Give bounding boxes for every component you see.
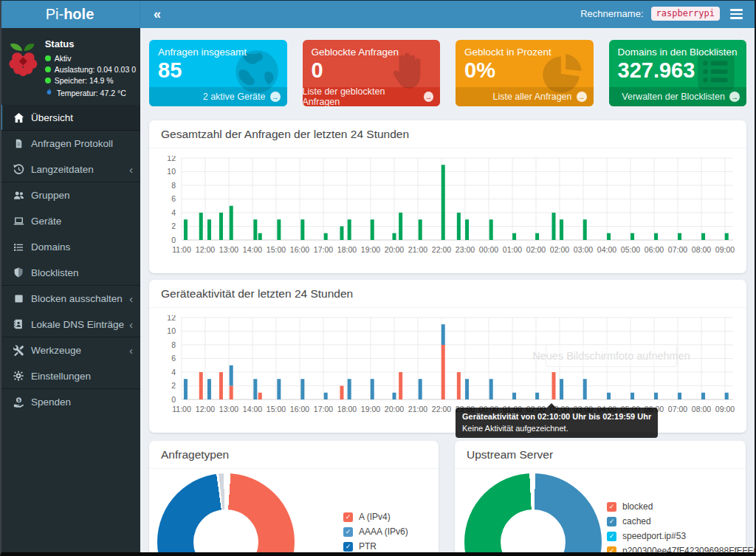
svg-text:13:00: 13:00	[219, 245, 238, 254]
status-dot-icon	[45, 78, 51, 83]
svg-text:17:00: 17:00	[314, 245, 333, 254]
sidebar-item-label: Blocklisten	[31, 267, 133, 278]
legend-item[interactable]: ✓p200300ee47fF423096988FfFFE6	[607, 546, 756, 556]
brand-logo[interactable]: Pi-hole	[0, 0, 140, 28]
sidebar-item-donate[interactable]: $Spenden	[0, 389, 140, 415]
svg-text:14:00: 14:00	[243, 245, 262, 254]
brand-prefix: Pi-	[46, 6, 63, 23]
home-icon	[10, 112, 27, 123]
svg-text:14:00: 14:00	[243, 405, 262, 413]
pihole-raspberry-logo	[6, 35, 41, 83]
status-title: Status	[45, 38, 136, 49]
sidebar-item-home[interactable]: Übersicht	[0, 105, 140, 131]
svg-text:12: 12	[167, 315, 176, 322]
sidebar-item-label: Übersicht	[31, 112, 133, 123]
query-types-donut-chart[interactable]	[157, 473, 295, 556]
sidebar-item-label: Anfragen Protokoll	[31, 138, 133, 149]
svg-text:15:00: 15:00	[267, 245, 286, 254]
legend-label: p200300ee47fF423096988FfFFE6	[622, 546, 756, 556]
sidebar: Status AktivAuslastung: 0.04 0.03 0Speic…	[0, 28, 140, 556]
chevron-left-icon: ‹	[129, 344, 133, 357]
sidebar-item-label: Lokale DNS Einträge	[31, 319, 129, 330]
sidebar-item-list[interactable]: Domains	[0, 234, 140, 260]
queries-over-time-chart[interactable]: 11:0012:0013:0014:0015:0016:0017:0018:00…	[157, 156, 736, 263]
summary-card-hand: Geblockte Anfragen0Liste der geblockten …	[303, 40, 441, 106]
status-row: Auslastung: 0.04 0.03 0	[45, 65, 136, 74]
svg-text:07:00: 07:00	[668, 245, 687, 254]
legend-label: blocked	[622, 501, 653, 512]
laptop-icon	[10, 216, 27, 227]
top-navbar: Pi-hole « Neues Bildschirmfoto aufnehmen…	[0, 0, 756, 28]
address-book-icon	[10, 319, 27, 329]
donut-row: Anfragetypen ✓A (IPv4)✓AAAA (IPv6)✓PTR U…	[149, 441, 746, 556]
main-content: Anfragen insgesamt852 aktive Geräte→Gebl…	[140, 28, 756, 556]
svg-text:22:00: 22:00	[432, 245, 451, 254]
svg-text:15:00: 15:00	[267, 405, 286, 413]
queries-over-time-box: Gesamtzahl der Anfragen der letzten 24 S…	[149, 120, 746, 273]
card-value: 85	[149, 58, 287, 83]
svg-text:10: 10	[167, 326, 176, 335]
legend-label: A (IPv4)	[359, 512, 391, 522]
sidebar-item-history[interactable]: Langzeitdaten‹	[0, 157, 140, 182]
svg-text:19:00: 19:00	[361, 405, 380, 413]
card-value: 327.963	[609, 58, 747, 83]
sidebar-item-users[interactable]: Gruppen	[0, 182, 140, 208]
sidebar-item-label: Einstellungen	[31, 371, 133, 382]
chevron-left-icon: ‹	[129, 163, 133, 176]
sidebar-item-file[interactable]: Anfragen Protokoll	[0, 131, 140, 157]
tools-icon	[10, 345, 27, 356]
svg-text:11:00: 11:00	[172, 245, 191, 254]
sidebar-item-label: Domains	[31, 241, 133, 253]
svg-text:12:00: 12:00	[196, 245, 215, 254]
sidebar-collapse-icon[interactable]: «	[140, 0, 174, 28]
svg-text:21:00: 21:00	[408, 405, 427, 413]
legend-checkbox-icon: ✓	[607, 502, 616, 512]
legend-item[interactable]: ✓blocked	[607, 501, 756, 512]
history-icon	[10, 164, 27, 175]
legend-item[interactable]: ✓speedport.ip#53	[607, 531, 756, 541]
legend-item[interactable]: ✓PTR	[343, 541, 408, 552]
stop-icon	[10, 294, 27, 303]
legend-checkbox-icon: ✓	[343, 512, 353, 522]
sidebar-item-stop[interactable]: Blocken ausschalten‹	[0, 286, 140, 312]
status-row: Temperatur: 47.2 °C	[45, 87, 136, 98]
svg-text:4: 4	[171, 368, 176, 377]
upstream-servers-title: Upstream Server	[455, 441, 746, 469]
svg-text:10: 10	[167, 167, 176, 176]
svg-text:22:00: 22:00	[432, 405, 451, 413]
legend-item[interactable]: ✓cached	[607, 516, 756, 526]
svg-text:09:00: 09:00	[715, 405, 735, 413]
svg-text:02:00: 02:00	[526, 245, 546, 254]
legend-checkbox-icon: ✓	[343, 542, 353, 552]
summary-card-list-alt: Domains in den Blocklisten327.963Verwalt…	[609, 40, 747, 106]
legend-item[interactable]: ✓AAAA (IPv6)	[343, 526, 408, 537]
status-text: Auslastung: 0.04 0.03 0	[55, 65, 136, 74]
sidebar-item-shield[interactable]: Blocklisten	[0, 260, 140, 286]
status-dot-icon	[45, 66, 51, 72]
status-text: Temperatur: 47.2 °C	[57, 89, 126, 97]
temperature-icon	[45, 87, 53, 98]
sidebar-item-gear[interactable]: Einstellungen	[0, 363, 140, 389]
legend-label: AAAA (IPv6)	[359, 526, 408, 537]
svg-text:06:00: 06:00	[645, 245, 664, 254]
svg-text:8: 8	[171, 340, 176, 349]
sidebar-item-address-book[interactable]: Lokale DNS Einträge‹	[0, 312, 140, 337]
navbar: « Neues Bildschirmfoto aufnehmen Rechner…	[140, 0, 756, 28]
svg-text:$: $	[17, 398, 20, 402]
svg-text:4: 4	[171, 208, 176, 217]
legend-item[interactable]: ✓A (IPv4)	[343, 512, 408, 522]
svg-text:08:00: 08:00	[692, 245, 711, 254]
card-title: Domains in den Blocklisten	[609, 40, 747, 58]
svg-text:19:00: 19:00	[361, 245, 380, 254]
chart-hover-tooltip: Geräteaktivität von 02:10:00 Uhr bis 02:…	[456, 408, 658, 438]
svg-text:20:00: 20:00	[385, 245, 404, 254]
sidebar-item-laptop[interactable]: Geräte	[0, 208, 140, 234]
legend-checkbox-icon: ✓	[607, 546, 616, 556]
upstream-servers-donut-chart[interactable]	[464, 473, 602, 556]
status-row: Speicher: 14.9 %	[45, 76, 136, 85]
list-icon	[10, 242, 27, 253]
sidebar-item-tools[interactable]: Werkzeuge‹	[0, 337, 140, 363]
svg-text:2: 2	[171, 222, 176, 230]
hamburger-menu-icon[interactable]	[727, 4, 746, 23]
client-activity-chart[interactable]: 11:0012:0013:0014:0015:0016:0017:0018:00…	[157, 315, 736, 422]
